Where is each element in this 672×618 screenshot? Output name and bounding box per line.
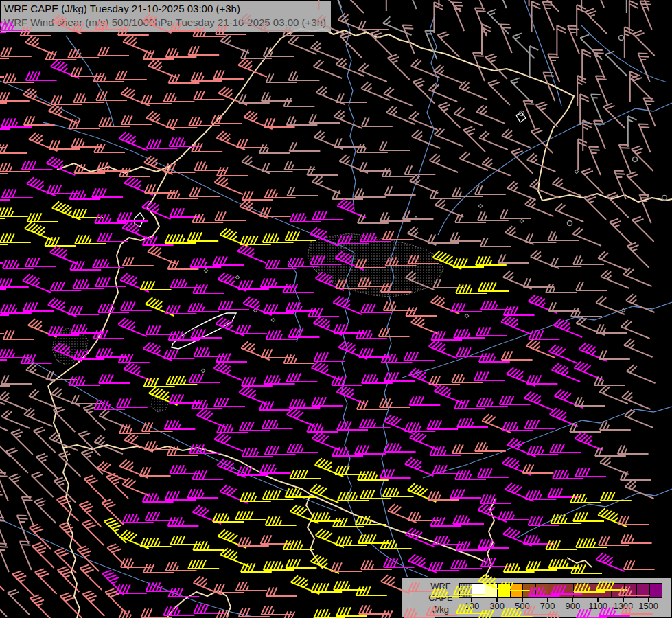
wind-barb xyxy=(266,260,297,268)
wind-barb xyxy=(193,27,224,36)
wind-barb xyxy=(425,30,437,59)
wind-barb xyxy=(288,328,319,337)
wind-barb xyxy=(240,422,270,431)
wind-barb xyxy=(456,284,487,293)
wind-barb xyxy=(476,256,507,265)
wind-barb xyxy=(429,83,458,102)
wind-barb xyxy=(0,144,27,153)
wind-barb xyxy=(3,330,34,339)
wind-barb xyxy=(0,21,29,30)
wind-barb xyxy=(119,354,150,363)
wind-barb xyxy=(434,65,463,83)
wind-barb xyxy=(213,513,244,522)
wind-barb xyxy=(48,326,79,335)
wind-barb xyxy=(3,260,34,268)
wind-barb xyxy=(426,606,457,615)
wind-barb xyxy=(164,163,195,172)
wind-barb xyxy=(482,24,491,55)
wind-barb xyxy=(191,329,222,338)
wind-barb xyxy=(57,496,79,521)
wind-barb xyxy=(340,32,362,58)
wind-barb xyxy=(430,517,461,526)
wind-barb xyxy=(439,0,448,7)
wind-barb xyxy=(93,73,124,82)
wind-barb xyxy=(22,496,34,525)
wind-barb xyxy=(82,591,104,616)
wind-barb xyxy=(188,303,219,312)
wind-barb xyxy=(93,259,124,268)
wind-barb xyxy=(385,443,416,452)
wind-barb xyxy=(165,48,196,57)
wind-barb xyxy=(118,26,149,35)
wind-barb xyxy=(27,213,58,222)
wind-barb xyxy=(429,376,460,385)
wind-barb xyxy=(20,541,32,570)
wind-barb xyxy=(404,608,435,617)
wind-barb xyxy=(21,354,52,363)
wind-barb xyxy=(211,115,242,124)
wind-barb xyxy=(187,232,218,241)
wind-barb xyxy=(594,120,605,149)
wind-barb xyxy=(35,569,57,594)
wind-barb xyxy=(478,539,509,548)
wind-barb xyxy=(429,340,458,358)
wind-barb xyxy=(342,0,364,13)
wind-barb xyxy=(456,541,487,550)
wind-barb xyxy=(451,303,482,312)
wind-barb xyxy=(262,163,293,172)
wind-barb xyxy=(488,80,510,105)
wind-barb xyxy=(0,472,8,501)
wind-barb xyxy=(140,467,171,476)
wind-barb xyxy=(0,207,28,216)
wind-barb xyxy=(382,354,413,363)
wind-barb xyxy=(34,498,56,523)
wind-barb xyxy=(3,73,34,82)
wind-barb xyxy=(59,451,81,477)
wind-barb xyxy=(265,189,296,198)
wind-barb xyxy=(621,320,650,339)
wind-barb xyxy=(622,391,651,409)
wind-barb xyxy=(627,242,649,268)
wind-barb xyxy=(213,70,244,79)
wind-barb xyxy=(356,259,386,268)
wind-barb xyxy=(54,407,76,432)
wind-barb xyxy=(147,139,178,148)
wind-barb xyxy=(73,23,104,32)
wind-barb xyxy=(168,588,199,597)
wind-barb xyxy=(0,543,9,572)
wind-barb xyxy=(453,258,484,267)
wind-barb xyxy=(73,93,104,102)
wind-barb xyxy=(511,78,533,103)
wind-barb xyxy=(500,209,531,218)
wind-barb xyxy=(624,339,653,357)
wind-barb xyxy=(0,565,4,591)
wind-barb xyxy=(598,251,627,270)
wind-barb xyxy=(453,515,484,524)
wind-barb xyxy=(336,93,367,102)
wind-barb xyxy=(214,398,245,407)
wind-barb xyxy=(600,421,631,430)
wind-barb xyxy=(621,534,652,543)
wind-barb xyxy=(260,207,291,216)
wind-barb xyxy=(266,516,297,525)
wind-barb xyxy=(287,187,318,196)
wind-barb xyxy=(570,494,601,503)
wind-barb xyxy=(97,233,128,242)
wind-barb xyxy=(266,330,297,339)
wind-barb xyxy=(585,8,607,34)
wind-barb xyxy=(1,118,32,127)
wind-barb xyxy=(334,110,362,128)
wind-barb xyxy=(525,490,556,499)
wind-barb xyxy=(333,518,364,527)
wind-barb xyxy=(610,218,632,244)
wind-barb xyxy=(0,431,10,457)
wind-barb xyxy=(264,47,294,56)
wind-barb xyxy=(361,304,392,312)
wind-barb xyxy=(167,190,198,198)
wind-barb xyxy=(380,141,410,150)
wind-barb xyxy=(192,470,223,479)
wind-barb xyxy=(119,168,150,176)
wind-barb xyxy=(142,422,173,431)
wind-barb xyxy=(531,128,553,153)
wind-barb xyxy=(265,446,296,455)
